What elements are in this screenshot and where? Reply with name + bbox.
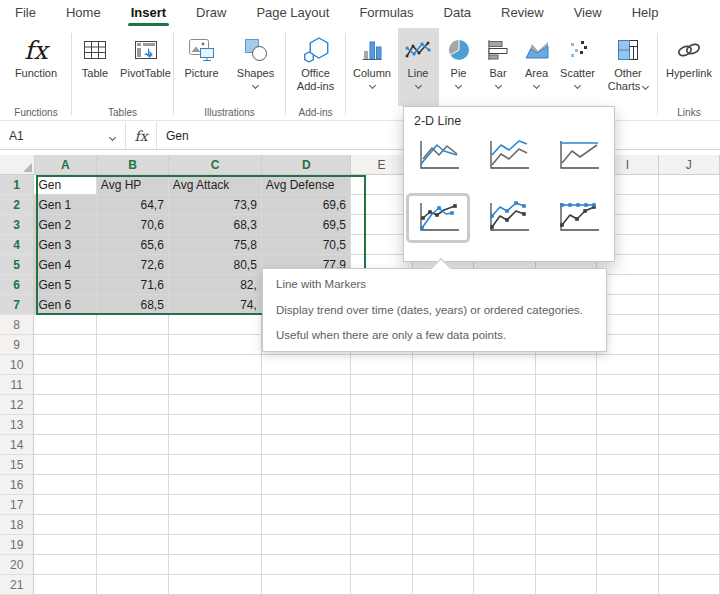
cell-F14[interactable]	[413, 435, 475, 455]
office-addins-button[interactable]: Office Add-ins	[287, 28, 345, 103]
area-chart-button[interactable]: Area	[518, 28, 556, 103]
cell-E15[interactable]	[351, 455, 413, 475]
pivottable-button[interactable]: PivotTable	[118, 28, 173, 103]
cell-I11[interactable]	[597, 375, 659, 395]
cell-B11[interactable]	[97, 375, 169, 395]
tab-page-layout[interactable]: Page Layout	[241, 0, 344, 28]
cell-B14[interactable]	[97, 435, 169, 455]
cell-B21[interactable]	[97, 575, 169, 595]
cell-D15[interactable]	[262, 455, 351, 475]
cell-C4[interactable]: 75,8	[169, 235, 262, 255]
cell-A18[interactable]	[34, 515, 96, 535]
cell-B10[interactable]	[97, 355, 169, 375]
row-header-15[interactable]: 15	[0, 455, 34, 475]
cell-E16[interactable]	[351, 475, 413, 495]
tab-file[interactable]: File	[0, 0, 51, 28]
cell-F10[interactable]	[413, 355, 475, 375]
cell-B16[interactable]	[97, 475, 169, 495]
cell-F16[interactable]	[413, 475, 475, 495]
tab-help[interactable]: Help	[617, 0, 674, 28]
cell-J4[interactable]	[659, 235, 720, 255]
row-header-9[interactable]: 9	[0, 335, 34, 355]
thumb-100-stacked-line[interactable]	[553, 138, 603, 174]
cell-B18[interactable]	[97, 515, 169, 535]
cell-A7[interactable]: Gen 6	[34, 295, 96, 315]
cell-H18[interactable]	[536, 515, 598, 535]
insert-function-button[interactable]: fx	[125, 122, 157, 149]
cell-J8[interactable]	[659, 315, 720, 335]
row-header-5[interactable]: 5	[0, 255, 34, 275]
cell-E20[interactable]	[351, 555, 413, 575]
cell-B6[interactable]: 71,6	[97, 275, 169, 295]
cell-C15[interactable]	[169, 455, 262, 475]
cell-I16[interactable]	[597, 475, 659, 495]
cell-G10[interactable]	[474, 355, 536, 375]
cell-G19[interactable]	[474, 535, 536, 555]
cell-C18[interactable]	[169, 515, 262, 535]
cell-C14[interactable]	[169, 435, 262, 455]
cell-F11[interactable]	[413, 375, 475, 395]
cell-D10[interactable]	[262, 355, 351, 375]
cell-B4[interactable]: 65,6	[97, 235, 169, 255]
cell-J16[interactable]	[659, 475, 720, 495]
cell-G12[interactable]	[474, 395, 536, 415]
cell-A4[interactable]: Gen 3	[34, 235, 96, 255]
cell-C19[interactable]	[169, 535, 262, 555]
cell-E17[interactable]	[351, 495, 413, 515]
cell-J6[interactable]	[659, 275, 720, 295]
cell-A10[interactable]	[34, 355, 96, 375]
cell-E12[interactable]	[351, 395, 413, 415]
cell-C6[interactable]: 82,	[169, 275, 262, 295]
cell-J19[interactable]	[659, 535, 720, 555]
cell-G13[interactable]	[474, 415, 536, 435]
cell-H16[interactable]	[536, 475, 598, 495]
cell-D2[interactable]: 69,6	[262, 195, 351, 215]
row-header-20[interactable]: 20	[0, 555, 34, 575]
cell-D14[interactable]	[262, 435, 351, 455]
row-header-14[interactable]: 14	[0, 435, 34, 455]
cell-I13[interactable]	[597, 415, 659, 435]
cell-E18[interactable]	[351, 515, 413, 535]
cell-H19[interactable]	[536, 535, 598, 555]
cell-D19[interactable]	[262, 535, 351, 555]
cell-J17[interactable]	[659, 495, 720, 515]
cell-A6[interactable]: Gen 5	[34, 275, 96, 295]
cell-J15[interactable]	[659, 455, 720, 475]
line-chart-button[interactable]: Line	[398, 28, 439, 106]
cell-D4[interactable]: 70,5	[262, 235, 351, 255]
cell-G17[interactable]	[474, 495, 536, 515]
cell-B1[interactable]: Avg HP	[97, 175, 169, 195]
cell-J9[interactable]	[659, 335, 720, 355]
cell-A1[interactable]: Gen	[34, 175, 96, 195]
pie-chart-button[interactable]: Pie	[439, 28, 479, 103]
cell-J5[interactable]	[659, 255, 720, 275]
cell-G14[interactable]	[474, 435, 536, 455]
cell-J2[interactable]	[659, 195, 720, 215]
cell-H17[interactable]	[536, 495, 598, 515]
cell-B8[interactable]	[97, 315, 169, 335]
cell-H10[interactable]	[536, 355, 598, 375]
cell-A17[interactable]	[34, 495, 96, 515]
cell-B17[interactable]	[97, 495, 169, 515]
cell-A15[interactable]	[34, 455, 96, 475]
cell-F20[interactable]	[413, 555, 475, 575]
cell-H15[interactable]	[536, 455, 598, 475]
cell-J20[interactable]	[659, 555, 720, 575]
cell-H12[interactable]	[536, 395, 598, 415]
cell-D3[interactable]: 69,5	[262, 215, 351, 235]
cell-D11[interactable]	[262, 375, 351, 395]
cell-D17[interactable]	[262, 495, 351, 515]
cell-E13[interactable]	[351, 415, 413, 435]
cell-J18[interactable]	[659, 515, 720, 535]
cell-I20[interactable]	[597, 555, 659, 575]
cell-D1[interactable]: Avg Defense	[262, 175, 351, 195]
cell-F15[interactable]	[413, 455, 475, 475]
column-header-B[interactable]: B	[97, 155, 169, 175]
cell-G11[interactable]	[474, 375, 536, 395]
cell-B20[interactable]	[97, 555, 169, 575]
row-header-13[interactable]: 13	[0, 415, 34, 435]
cell-B2[interactable]: 64,7	[97, 195, 169, 215]
row-header-1[interactable]: 1	[0, 175, 34, 195]
column-header-J[interactable]: J	[659, 155, 720, 175]
table-button[interactable]: Table	[72, 28, 118, 103]
